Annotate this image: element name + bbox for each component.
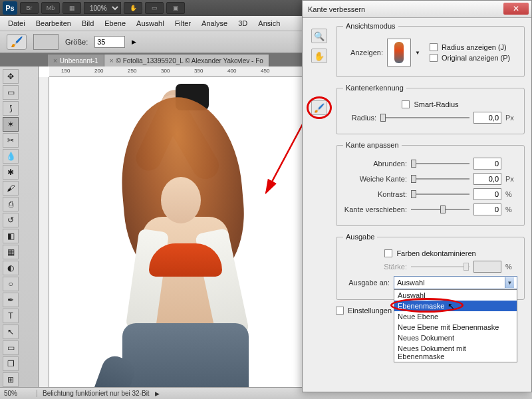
- blur-tool[interactable]: ◐: [3, 261, 19, 275]
- hand-tb-icon[interactable]: ✋: [124, 2, 142, 14]
- image-content: [56, 77, 309, 387]
- smooth-input[interactable]: [473, 158, 501, 170]
- pen-tool[interactable]: ✒: [3, 293, 19, 307]
- 3d-tool[interactable]: ❒: [3, 356, 19, 371]
- menu-3d[interactable]: 3D: [233, 17, 253, 29]
- radius-slider[interactable]: [380, 113, 469, 122]
- shift-slider[interactable]: [411, 205, 469, 214]
- zoom-icon[interactable]: 🔍: [311, 29, 327, 43]
- quick-select-tool[interactable]: ✶: [3, 117, 19, 132]
- ps-logo: Ps: [3, 1, 17, 15]
- stamp-tool[interactable]: ⎙: [3, 197, 19, 211]
- path-tool[interactable]: ↖: [3, 325, 19, 339]
- chevron-down-icon: ▼: [505, 277, 514, 288]
- heal-tool[interactable]: ✱: [3, 165, 19, 180]
- dialog-title: Kante verbessern: [308, 5, 365, 13]
- tab-fotolia[interactable]: ×© Fotolia_13395920_L © Alexander Yakovl…: [104, 55, 269, 66]
- tab-unbenannt[interactable]: ×Unbenannt-1: [48, 55, 104, 66]
- lasso-tool[interactable]: ⟆: [3, 101, 19, 116]
- view-thumb[interactable]: [387, 39, 411, 66]
- mb-button[interactable]: Mb: [41, 2, 60, 14]
- history-tool[interactable]: ↺: [3, 213, 19, 227]
- menu-auswahl[interactable]: Auswahl: [131, 17, 170, 29]
- dialog-titlebar[interactable]: Kante verbessern ✕: [303, 1, 531, 18]
- shift-input[interactable]: [473, 203, 501, 215]
- gradient-tool[interactable]: ▦: [3, 245, 19, 259]
- size-input[interactable]: [94, 36, 125, 48]
- current-tool-icon[interactable]: 🖌️: [7, 34, 27, 50]
- status-msg: Belichtung funktioniert nur bei 32-Bit: [43, 390, 150, 397]
- shape-tool[interactable]: ▭: [3, 340, 19, 355]
- tools-panel: ✥ ▭ ⟆ ✶ ✂ 💧 ✱ 🖌 ⎙ ↺ ◧ ▦ ◐ ○ ✒ T ↖ ▭ ❒ ⊞ …: [0, 66, 39, 387]
- size-label: Größe:: [65, 38, 88, 46]
- opt-neues-dokument[interactable]: Neues Dokument: [394, 332, 517, 343]
- refine-brush-icon[interactable]: 🖌️: [311, 100, 327, 115]
- br-button[interactable]: Br: [20, 2, 39, 14]
- amount-slider: [411, 262, 469, 271]
- output-group: Ausgabe Farben dekontaminieren Stärke:% …: [336, 233, 525, 300]
- dodge-tool[interactable]: ○: [3, 277, 19, 291]
- close-button[interactable]: ✕: [503, 3, 529, 15]
- crop-tool[interactable]: ✂: [3, 133, 19, 148]
- remember-check[interactable]: [336, 307, 344, 315]
- marquee-tool[interactable]: ▭: [3, 85, 19, 100]
- annotation-circle: [307, 96, 332, 119]
- cam-tool[interactable]: ⊞: [3, 372, 19, 387]
- radius-input[interactable]: [473, 112, 501, 124]
- menu-filter[interactable]: Filter: [170, 17, 196, 29]
- menu-analyse[interactable]: Analyse: [196, 17, 233, 29]
- brush-tool[interactable]: 🖌: [3, 181, 19, 196]
- cursor-icon: ↖: [448, 301, 455, 311]
- brush-preview[interactable]: [33, 34, 59, 50]
- screen-tb-icon[interactable]: ▣: [166, 2, 185, 14]
- type-tool[interactable]: T: [3, 309, 19, 323]
- contrast-input[interactable]: [473, 188, 501, 200]
- opt-ebenenmaske[interactable]: Ebenenmaske↖: [394, 301, 517, 311]
- feather-slider[interactable]: [411, 174, 469, 184]
- opt-neues-dokument-maske[interactable]: Neues Dokument mit Ebenenmaske: [394, 343, 517, 362]
- view-mode-group: Ansichtsmodus Anzeigen: ▼ Radius anzeige…: [336, 22, 525, 77]
- eyedropper-tool[interactable]: 💧: [3, 149, 19, 164]
- adjust-edge-group: Kante anpassen Abrunden: Weiche Kante:Px…: [336, 141, 525, 226]
- move-tool[interactable]: ✥: [3, 69, 19, 84]
- refine-edge-dialog: Kante verbessern ✕ 🔍 ✋ 🖌️ Ansichtsmodus …: [302, 0, 532, 392]
- show-radius-check[interactable]: [430, 43, 438, 51]
- amount-input: [473, 261, 501, 273]
- size-arrow-icon[interactable]: ▶: [132, 39, 136, 45]
- eraser-tool[interactable]: ◧: [3, 229, 19, 243]
- decon-check[interactable]: [384, 249, 392, 257]
- opt-neue-ebene[interactable]: Neue Ebene: [394, 311, 517, 322]
- contrast-slider[interactable]: [411, 190, 469, 199]
- zoom-display[interactable]: 50%: [4, 390, 37, 397]
- menu-datei[interactable]: Datei: [3, 17, 31, 29]
- edge-detect-group: Kantenerkennung Smart-Radius Radius:Px: [336, 84, 525, 134]
- output-select[interactable]: Auswahl ▼ Auswahl Ebenenmaske↖ Neue Eben…: [394, 276, 517, 289]
- show-original-check[interactable]: [430, 54, 438, 62]
- hand-icon[interactable]: ✋: [311, 49, 327, 63]
- feather-input[interactable]: [473, 173, 501, 185]
- opt-neue-ebene-maske[interactable]: Neue Ebene mit Ebenenmaske: [394, 322, 517, 332]
- menu-bild[interactable]: Bild: [76, 17, 99, 29]
- ruler-vertical: [39, 77, 49, 387]
- view-tb-icon[interactable]: ▭: [145, 2, 164, 14]
- output-dropdown: Auswahl Ebenenmaske↖ Neue Ebene Neue Ebe…: [394, 289, 517, 362]
- smooth-slider[interactable]: [411, 159, 469, 168]
- layout-button[interactable]: ▦: [63, 2, 81, 14]
- opt-auswahl[interactable]: Auswahl: [394, 290, 517, 301]
- menu-ebene[interactable]: Ebene: [99, 17, 131, 29]
- menu-ansicht[interactable]: Ansich: [253, 17, 285, 29]
- smart-radius-check[interactable]: [402, 100, 410, 108]
- zoom-select[interactable]: 100%: [84, 2, 121, 14]
- menu-bearbeiten[interactable]: Bearbeiten: [31, 17, 76, 29]
